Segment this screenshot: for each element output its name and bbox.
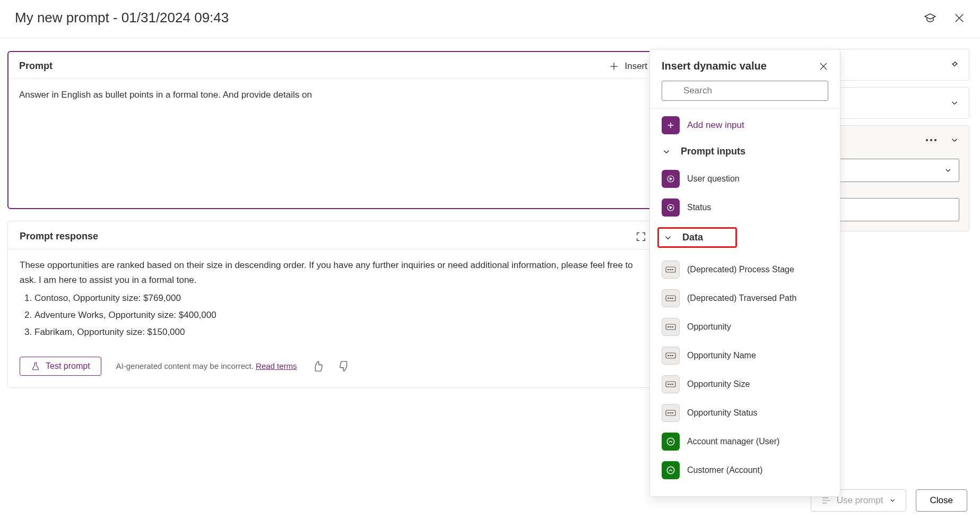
svg-rect-16 — [670, 326, 671, 327]
svg-rect-20 — [670, 355, 671, 356]
svg-rect-9 — [672, 269, 673, 270]
text-field-icon — [662, 404, 680, 422]
item-label: Opportunity — [687, 322, 731, 332]
prompt-input-item[interactable]: Status — [662, 193, 828, 222]
response-intro: These opportunities are ranked based on … — [20, 258, 647, 288]
read-terms-link[interactable]: Read terms — [256, 361, 297, 370]
prompt-section-label: Prompt — [19, 61, 609, 72]
add-new-input-button[interactable]: Add new input — [662, 116, 828, 134]
dynamic-panel-body: Add new input Prompt inputs User questio… — [650, 109, 840, 496]
response-list-item: Adventure Works, Opportunity size: $400,… — [34, 307, 647, 324]
text-field-icon — [662, 375, 680, 393]
section-label: Prompt inputs — [681, 146, 745, 157]
svg-rect-23 — [667, 384, 669, 385]
ai-disclaimer: AI-generated content may be incorrect. R… — [116, 361, 297, 370]
response-list: Contoso, Opportunity size: $769,000 Adve… — [20, 290, 647, 341]
dynamic-search-input[interactable] — [662, 81, 828, 101]
close-dialog-icon[interactable] — [953, 12, 965, 24]
chevron-down-icon — [889, 497, 896, 504]
data-item[interactable]: Opportunity Name — [662, 341, 828, 370]
learn-icon[interactable] — [924, 12, 936, 24]
svg-rect-15 — [667, 326, 669, 327]
item-label: (Deprecated) Process Stage — [687, 265, 794, 274]
svg-rect-7 — [667, 269, 669, 270]
lookup-icon — [662, 461, 680, 479]
item-label: (Deprecated) Traversed Path — [687, 293, 796, 303]
response-section-label: Prompt response — [20, 231, 635, 242]
item-label: Opportunity Name — [687, 351, 756, 360]
svg-rect-25 — [672, 384, 673, 385]
chevron-down-icon — [663, 233, 673, 243]
item-label: Opportunity Size — [687, 379, 750, 389]
data-item[interactable]: (Deprecated) Process Stage — [662, 255, 828, 284]
prompt-input-item[interactable]: User question — [662, 165, 828, 193]
svg-rect-11 — [667, 298, 669, 299]
section-data[interactable]: Data — [657, 227, 737, 248]
item-label: Account manager (User) — [687, 437, 779, 446]
response-footer: Test prompt AI-generated content may be … — [8, 346, 658, 387]
svg-point-31 — [667, 467, 674, 473]
response-list-item: Contoso, Opportunity size: $769,000 — [34, 290, 647, 307]
section-label: Data — [682, 232, 703, 243]
data-item[interactable]: Opportunity Size — [662, 370, 828, 399]
input-variable-icon — [662, 170, 680, 188]
item-label: Opportunity Status — [687, 408, 758, 418]
prompt-textarea[interactable]: Answer in English as bullet points in a … — [8, 79, 658, 208]
insert-button[interactable]: Insert — [609, 61, 647, 72]
prompt-card-header: Prompt Insert — [8, 52, 658, 79]
svg-rect-13 — [672, 298, 673, 299]
svg-rect-28 — [670, 412, 671, 413]
svg-rect-8 — [670, 269, 671, 270]
text-field-icon — [662, 318, 680, 336]
prompt-card: Prompt Insert Answer in English as bulle… — [7, 51, 659, 209]
left-column: Prompt Insert Answer in English as bulle… — [7, 51, 659, 388]
response-header: Prompt response — [8, 221, 658, 249]
close-panel-icon[interactable] — [819, 62, 828, 71]
flask-icon — [31, 361, 40, 371]
svg-rect-17 — [672, 326, 673, 327]
svg-rect-19 — [667, 355, 669, 356]
text-field-icon — [662, 347, 680, 365]
response-card: Prompt response These opportunities are … — [7, 221, 659, 388]
plus-icon — [609, 61, 619, 72]
svg-rect-27 — [667, 412, 669, 413]
data-item[interactable]: Customer (Account) — [662, 456, 828, 485]
svg-rect-29 — [672, 412, 673, 413]
add-new-input-label: Add new input — [687, 120, 744, 131]
dialog-header: My new prompt - 01/31/2024 09:43 — [0, 0, 980, 38]
insert-label: Insert — [625, 61, 647, 72]
test-prompt-button[interactable]: Test prompt — [20, 357, 101, 376]
item-label: User question — [687, 174, 740, 184]
insert-dynamic-value-panel: Insert dynamic value Add new input Promp… — [649, 49, 840, 497]
svg-rect-12 — [670, 298, 671, 299]
thumbs-up-icon[interactable] — [312, 360, 324, 372]
expand-icon[interactable] — [635, 231, 647, 243]
svg-rect-21 — [672, 355, 673, 356]
data-item[interactable]: Account manager (User) — [662, 427, 828, 456]
flow-icon — [821, 496, 831, 505]
data-item[interactable]: Opportunity Status — [662, 399, 828, 427]
response-list-item: Fabrikam, Opportunity size: $150,000 — [34, 324, 647, 341]
input-variable-icon — [662, 198, 680, 217]
plus-badge-icon — [662, 116, 680, 134]
item-label: Status — [687, 203, 711, 212]
close-button[interactable]: Close — [916, 489, 967, 512]
item-label: Customer (Account) — [687, 465, 762, 475]
dynamic-panel-header: Insert dynamic value — [650, 49, 840, 76]
dynamic-panel-title: Insert dynamic value — [662, 60, 819, 72]
svg-rect-24 — [670, 384, 671, 385]
chevron-down-icon — [662, 147, 671, 157]
svg-point-30 — [667, 438, 674, 445]
lookup-icon — [662, 433, 680, 451]
data-item[interactable]: Opportunity — [662, 313, 828, 341]
header-actions — [924, 12, 965, 24]
dynamic-search-wrap — [650, 76, 840, 109]
text-field-icon — [662, 289, 680, 307]
response-body: These opportunities are ranked based on … — [8, 249, 658, 346]
text-field-icon — [662, 261, 680, 279]
test-prompt-label: Test prompt — [46, 361, 90, 371]
section-prompt-inputs[interactable]: Prompt inputs — [662, 146, 828, 157]
page-title: My new prompt - 01/31/2024 09:43 — [15, 10, 924, 26]
thumbs-down-icon[interactable] — [339, 360, 350, 372]
data-item[interactable]: (Deprecated) Traversed Path — [662, 284, 828, 313]
